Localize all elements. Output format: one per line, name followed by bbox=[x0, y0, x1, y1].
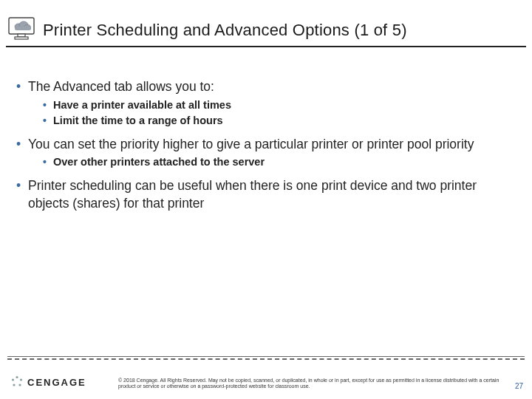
svg-point-10 bbox=[13, 383, 15, 386]
bullet-text: Printer scheduling can be useful when th… bbox=[28, 178, 477, 211]
bullet-text: The Advanced tab allows you to: bbox=[28, 79, 214, 94]
monitor-cloud-icon bbox=[7, 16, 37, 41]
slide: Printer Scheduling and Advanced Options … bbox=[0, 0, 532, 399]
sub-bullet-text: Limit the time to a range of hours bbox=[53, 115, 223, 126]
page-number: 27 bbox=[515, 382, 523, 390]
footer-rule-dashed bbox=[7, 358, 525, 360]
header-underline bbox=[6, 46, 526, 47]
sub-bullet-text: Have a printer available at all times bbox=[53, 99, 231, 111]
page-title: Printer Scheduling and Advanced Options … bbox=[43, 21, 519, 40]
bullet-item: The Advanced tab allows you to: Have a p… bbox=[16, 78, 511, 129]
header: Printer Scheduling and Advanced Options … bbox=[0, 0, 532, 47]
sub-bullet-item: Limit the time to a range of hours bbox=[43, 114, 511, 129]
bullet-text: You can set the priority higher to give … bbox=[28, 137, 474, 151]
brand-logo: CENGAGE bbox=[10, 375, 86, 389]
svg-point-7 bbox=[16, 376, 18, 378]
footer-rule bbox=[7, 356, 525, 357]
svg-point-9 bbox=[18, 383, 21, 386]
copyright-text: © 2018 Cengage. All Rights Reserved. May… bbox=[118, 378, 502, 391]
sub-bullet-text: Over other printers attached to the serv… bbox=[53, 156, 265, 168]
svg-rect-6 bbox=[15, 27, 31, 30]
bullet-item: You can set the priority higher to give … bbox=[16, 136, 511, 170]
footer: CENGAGE © 2018 Cengage. All Rights Reser… bbox=[0, 356, 532, 399]
svg-point-8 bbox=[20, 378, 22, 381]
body-content: The Advanced tab allows you to: Have a p… bbox=[0, 47, 532, 212]
bullet-item: Printer scheduling can be useful when th… bbox=[16, 177, 511, 212]
svg-point-11 bbox=[12, 378, 14, 381]
sub-bullet-item: Have a printer available at all times bbox=[43, 98, 511, 113]
sub-bullet-item: Over other printers attached to the serv… bbox=[43, 155, 511, 170]
brand-text: CENGAGE bbox=[27, 377, 86, 388]
star-icon bbox=[10, 375, 24, 389]
svg-rect-2 bbox=[15, 37, 28, 39]
